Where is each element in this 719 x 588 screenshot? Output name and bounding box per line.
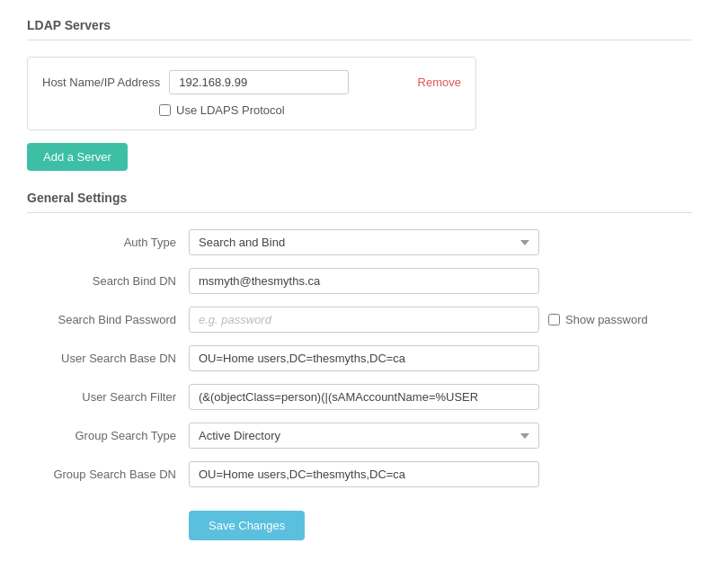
user-search-filter-label: User Search Filter <box>27 390 189 404</box>
server-box: Host Name/IP Address Remove Use LDAPS Pr… <box>27 57 476 130</box>
save-changes-button[interactable]: Save Changes <box>189 511 305 540</box>
remove-link[interactable]: Remove <box>418 76 461 89</box>
host-input[interactable] <box>169 70 349 94</box>
search-bind-password-row: Search Bind Password Show password <box>27 307 692 333</box>
auth-type-row: Auth Type Search and Bind Direct Bind Si… <box>27 229 692 255</box>
footer-row: Save Changes <box>27 502 692 540</box>
search-bind-password-input[interactable] <box>189 307 539 333</box>
show-password-row: Show password <box>548 313 648 326</box>
user-search-base-dn-label: User Search Base DN <box>27 352 189 365</box>
user-search-filter-row: User Search Filter <box>27 384 692 410</box>
ldaps-label: Use LDAPS Protocol <box>176 103 285 117</box>
search-bind-dn-row: Search Bind DN <box>27 268 692 294</box>
ldaps-row: Use LDAPS Protocol <box>42 103 461 117</box>
search-bind-dn-label: Search Bind DN <box>27 274 189 288</box>
group-search-type-row: Group Search Type Active Directory POSIX… <box>27 423 692 449</box>
general-settings-title: General Settings <box>27 191 692 205</box>
group-search-type-label: Group Search Type <box>27 429 189 442</box>
user-search-base-dn-input[interactable] <box>189 345 539 371</box>
auth-type-label: Auth Type <box>27 236 189 249</box>
ldaps-checkbox[interactable] <box>159 104 171 116</box>
add-server-button[interactable]: Add a Server <box>27 143 128 171</box>
search-bind-password-label: Search Bind Password <box>27 313 189 326</box>
group-search-base-dn-row: Group Search Base DN <box>27 461 692 487</box>
search-bind-dn-input[interactable] <box>189 268 539 294</box>
general-settings-section: General Settings Auth Type Search and Bi… <box>27 191 692 487</box>
group-search-base-dn-input[interactable] <box>189 461 539 487</box>
server-host-row: Host Name/IP Address Remove <box>42 70 461 94</box>
ldap-servers-title: LDAP Servers <box>27 18 692 32</box>
host-label: Host Name/IP Address <box>42 76 160 89</box>
auth-type-select[interactable]: Search and Bind Direct Bind Simple Bind <box>189 229 539 255</box>
group-search-type-select[interactable]: Active Directory POSIX OpenLDAP <box>189 423 539 449</box>
show-password-label: Show password <box>565 313 648 326</box>
user-search-base-dn-row: User Search Base DN <box>27 345 692 371</box>
group-search-base-dn-label: Group Search Base DN <box>27 468 189 481</box>
user-search-filter-input[interactable] <box>189 384 539 410</box>
ldap-servers-section: LDAP Servers Host Name/IP Address Remove… <box>27 18 692 191</box>
show-password-checkbox[interactable] <box>548 314 560 325</box>
